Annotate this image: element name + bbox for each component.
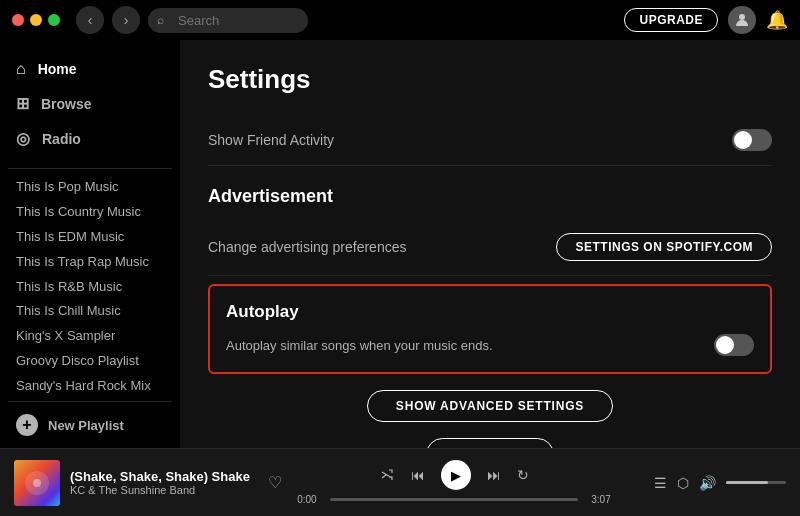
main-layout: ⌂ Home ⊞ Browse ◎ Radio This Is Pop Musi… — [0, 40, 800, 448]
play-pause-button[interactable]: ▶ — [441, 460, 471, 490]
autoplay-toggle-thumb — [716, 336, 734, 354]
new-playlist-button[interactable]: + New Playlist — [0, 406, 180, 444]
search-input[interactable] — [148, 8, 308, 33]
volume-icon[interactable]: 🔊 — [699, 475, 716, 491]
sidebar-playlist-sandy[interactable]: Sandy's Hard Rock Mix — [0, 372, 180, 397]
upgrade-button[interactable]: UPGRADE — [624, 8, 718, 32]
track-artist[interactable]: KC & The Sunshine Band — [70, 484, 250, 496]
svg-point-2 — [33, 479, 41, 487]
advertising-prefs-label: Change advertising preferences — [208, 239, 406, 255]
svg-point-0 — [739, 14, 745, 20]
sidebar-divider-2 — [8, 401, 172, 402]
home-icon: ⌂ — [16, 60, 26, 78]
sidebar-playlist-pop[interactable]: This Is Pop Music — [0, 173, 180, 198]
next-button[interactable]: ⏭ — [487, 467, 501, 483]
sidebar-item-home[interactable]: ⌂ Home — [0, 52, 180, 86]
player-controls: ⏮ ▶ ⏭ ↻ 0:00 3:07 — [292, 460, 616, 505]
control-buttons: ⏮ ▶ ⏭ ↻ — [379, 460, 529, 490]
sidebar-playlist-trap[interactable]: This Is Trap Rap Music — [0, 248, 180, 273]
devices-button[interactable]: ⬡ — [677, 475, 689, 491]
advertisement-heading: Advertisement — [208, 186, 772, 207]
new-playlist-label: New Playlist — [48, 418, 124, 433]
total-time: 3:07 — [586, 494, 616, 505]
sidebar-item-radio-label: Radio — [42, 131, 81, 147]
sidebar-playlist-edm[interactable]: This Is EDM Music — [0, 223, 180, 248]
track-info: (Shake, Shake, Shake) Shake KC & The Sun… — [70, 469, 250, 496]
autoplay-desc: Autoplay similar songs when your music e… — [226, 338, 493, 353]
toggle-thumb — [734, 131, 752, 149]
sidebar-playlist-groovy[interactable]: Groovy Disco Playlist — [0, 347, 180, 372]
previous-button[interactable]: ⏮ — [411, 467, 425, 483]
friend-activity-row: Show Friend Activity — [208, 115, 772, 166]
close-button[interactable] — [12, 14, 24, 26]
right-controls: ☰ ⬡ 🔊 — [626, 475, 786, 491]
volume-bar[interactable] — [726, 481, 786, 484]
sidebar-divider — [8, 168, 172, 169]
sidebar-item-browse[interactable]: ⊞ Browse — [0, 86, 180, 121]
browse-icon: ⊞ — [16, 94, 29, 113]
like-button[interactable]: ♡ — [268, 473, 282, 492]
repeat-button[interactable]: ↻ — [517, 467, 529, 483]
logout-button[interactable]: LOG OUT — [426, 438, 555, 448]
forward-button[interactable]: › — [112, 6, 140, 34]
sidebar-playlist-chill[interactable]: This Is Chill Music — [0, 297, 180, 322]
traffic-lights — [12, 14, 60, 26]
autoplay-row: Autoplay similar songs when your music e… — [226, 334, 754, 356]
notification-icon[interactable]: 🔔 — [766, 9, 788, 31]
friend-activity-label: Show Friend Activity — [208, 132, 334, 148]
sidebar-nav: ⌂ Home ⊞ Browse ◎ Radio — [0, 40, 180, 164]
sidebar-playlist-rnb[interactable]: This Is R&B Music — [0, 273, 180, 298]
volume-fill — [726, 481, 768, 484]
progress-bar[interactable] — [330, 498, 578, 501]
sidebar-playlist-country[interactable]: This Is Country Music — [0, 198, 180, 223]
plus-circle-icon: + — [16, 414, 38, 436]
titlebar: ‹ › ⌕ UPGRADE 🔔 — [0, 0, 800, 40]
autoplay-toggle[interactable] — [714, 334, 754, 356]
autoplay-box: Autoplay Autoplay similar songs when you… — [208, 284, 772, 374]
spotify-settings-button[interactable]: SETTINGS ON SPOTIFY.COM — [556, 233, 772, 261]
sidebar: ⌂ Home ⊞ Browse ◎ Radio This Is Pop Musi… — [0, 40, 180, 448]
settings-title: Settings — [208, 64, 772, 95]
settings-content: Settings Show Friend Activity Advertisem… — [180, 40, 800, 448]
now-playing-bar: (Shake, Shake, Shake) Shake KC & The Sun… — [0, 448, 800, 516]
shuffle-button[interactable] — [379, 467, 395, 483]
minimize-button[interactable] — [30, 14, 42, 26]
progress-row: 0:00 3:07 — [292, 494, 616, 505]
user-avatar[interactable] — [728, 6, 756, 34]
sidebar-item-browse-label: Browse — [41, 96, 92, 112]
maximize-button[interactable] — [48, 14, 60, 26]
advertising-prefs-row: Change advertising preferences SETTINGS … — [208, 219, 772, 276]
friend-activity-toggle[interactable] — [732, 129, 772, 151]
track-name: (Shake, Shake, Shake) Shake — [70, 469, 250, 484]
titlebar-right: UPGRADE 🔔 — [624, 6, 788, 34]
sidebar-item-home-label: Home — [38, 61, 77, 77]
sidebar-playlist-kings[interactable]: King's X Sampler — [0, 322, 180, 347]
autoplay-heading: Autoplay — [226, 302, 754, 322]
sidebar-item-radio[interactable]: ◎ Radio — [0, 121, 180, 156]
queue-button[interactable]: ☰ — [654, 475, 667, 491]
search-wrap: ⌕ — [148, 8, 308, 33]
search-icon: ⌕ — [157, 13, 164, 27]
track-art — [14, 460, 60, 506]
back-button[interactable]: ‹ — [76, 6, 104, 34]
radio-icon: ◎ — [16, 129, 30, 148]
show-advanced-button[interactable]: SHOW ADVANCED SETTINGS — [367, 390, 613, 422]
current-time: 0:00 — [292, 494, 322, 505]
